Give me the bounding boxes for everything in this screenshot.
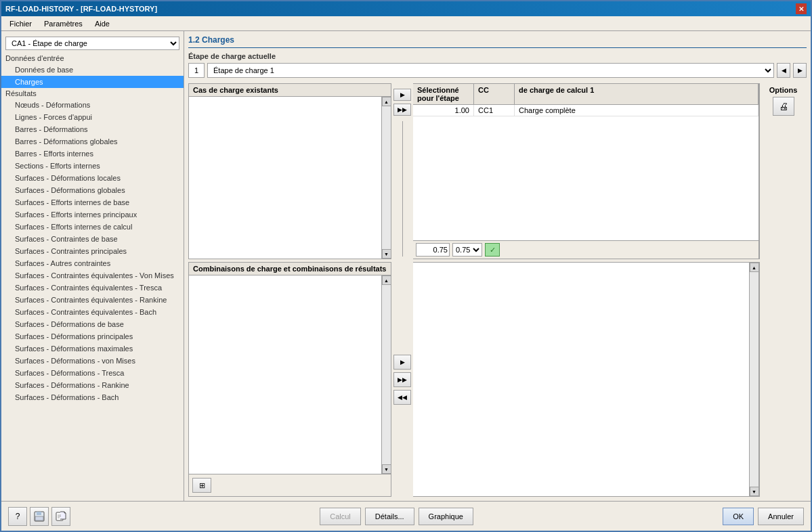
factor-preset-select[interactable]: 0.75 1.00 0.50 <box>452 243 482 257</box>
sidebar-item-surfaces-contraintes-princ[interactable]: Surfaces - Contraintes principales <box>1 245 184 257</box>
combi-header: Combinaisons de charge et combinaisons d… <box>189 263 391 275</box>
bottom-bar: ? Calcul Détails... Graphique <box>1 501 811 531</box>
combi-table-btn[interactable]: ⊞ <box>192 478 211 493</box>
menu-parametres[interactable]: Paramètres <box>39 18 88 29</box>
combi-transfer-all-left-btn[interactable]: ◀◀ <box>393 390 411 405</box>
confirm-factor-button[interactable]: ✓ <box>485 243 500 257</box>
nav-next-button[interactable]: ▶ <box>793 63 807 78</box>
transfer-right-btn[interactable]: ▶ <box>393 89 411 101</box>
options-panel: Options 🖨 <box>759 83 807 259</box>
main-tables-area: Cas de charge existants ▲ ▼ <box>188 83 807 497</box>
graphique-button[interactable]: Graphique <box>419 508 473 525</box>
combi-scrollbar[interactable]: ▲ ▼ <box>381 275 391 474</box>
sidebar-item-surfaces-efforts-calcul[interactable]: Surfaces - Efforts internes de calcul <box>1 221 184 233</box>
sidebar-item-surfaces-deform-bach[interactable]: Surfaces - Déformations - Bach <box>1 391 184 403</box>
bottom-right-buttons: OK Annuler <box>723 508 804 525</box>
sidebar-item-lignes-forces[interactable]: Lignes - Forces d'appui <box>1 111 184 123</box>
ca-dropdown[interactable]: CA1 - Étape de charge <box>5 37 179 50</box>
combi-icon-row: ⊞ <box>189 474 391 496</box>
annuler-button[interactable]: Annuler <box>758 508 804 525</box>
table-row: 1.00 CC1 Charge complète <box>413 105 758 116</box>
selected-header: Sélectionné pour l'étape CC de charge de… <box>413 84 758 105</box>
sidebar-item-surfaces-deform-rankine[interactable]: Surfaces - Déformations - Rankine <box>1 379 184 391</box>
sidebar-item-charges[interactable]: Charges <box>1 76 184 88</box>
cc-cell: CC1 <box>474 105 515 116</box>
main-container: CA1 - Étape de charge Données d'entrée D… <box>1 31 811 501</box>
sidebar-item-noeuds-deformations[interactable]: Nœuds - Déformations <box>1 99 184 111</box>
sidebar-item-surfaces-efforts-princ[interactable]: Surfaces - Efforts internes principaux <box>1 208 184 221</box>
combi-transfer-all-right-btn[interactable]: ▶▶ <box>393 372 411 387</box>
combi-transfer-right-btn[interactable]: ▶ <box>393 355 411 370</box>
bottom-center-buttons: Calcul Détails... Graphique <box>320 508 473 525</box>
sidebar-item-surfaces-deform-globales[interactable]: Surfaces - Déformations globales <box>1 184 184 196</box>
sidebar-item-barres-efforts[interactable]: Barres - Efforts internes <box>1 148 184 160</box>
top-section: Cas de charge existants ▲ ▼ <box>188 83 807 259</box>
options-panel-bottom <box>759 262 807 497</box>
scrollbar-down-btn[interactable]: ▼ <box>382 249 391 259</box>
menu-fichier[interactable]: Fichier <box>4 18 37 29</box>
svg-rect-2 <box>35 516 43 520</box>
sidebar-item-surfaces-tresca[interactable]: Surfaces - Contraintes équivalentes - Tr… <box>1 282 184 294</box>
sidebar-item-surfaces-efforts-base[interactable]: Surfaces - Efforts internes de base <box>1 196 184 208</box>
combi-right-scroll-down[interactable]: ▼ <box>750 487 759 496</box>
sidebar-item-surfaces-bach[interactable]: Surfaces - Contraintes équivalentes - Ba… <box>1 306 184 318</box>
factor-value-input[interactable] <box>416 243 450 257</box>
section-header-donnees: Données d'entrée <box>1 53 184 64</box>
factor-cell: 1.00 <box>413 105 474 116</box>
cas-header: Cas de charge existants <box>189 84 391 97</box>
scrollbar-up-btn[interactable]: ▲ <box>382 97 391 106</box>
menu-aide[interactable]: Aide <box>89 18 115 29</box>
etape-row: Étape de charge 1 ◀ ▶ <box>188 63 807 78</box>
sidebar-item-surfaces-deform-vonmises[interactable]: Surfaces - Déformations - von Mises <box>1 355 184 367</box>
content-area: 1.2 Charges Étape de charge actuelle Éta… <box>184 31 811 501</box>
combi-right-scrollbar[interactable]: ▲ ▼ <box>749 263 758 496</box>
window-title: RF-LOAD-HISTORY - [RF-LOAD-HYSTORY] <box>5 5 157 13</box>
combi-scroll-down[interactable]: ▼ <box>382 464 391 474</box>
details-button[interactable]: Détails... <box>365 508 414 525</box>
sidebar-item-surfaces-deform-tresca[interactable]: Surfaces - Déformations - Tresca <box>1 367 184 379</box>
menu-bar: Fichier Paramètres Aide <box>1 16 811 31</box>
sidebar-item-donnees-de-base[interactable]: Données de base <box>1 64 184 76</box>
factor-input-row: 0.75 1.00 0.50 ✓ <box>413 240 758 259</box>
cas-scrollbar[interactable]: ▲ ▼ <box>381 97 391 259</box>
close-button[interactable]: ✕ <box>796 3 807 14</box>
sidebar-item-surfaces-von-mises[interactable]: Surfaces - Contraintes équivalentes - Vo… <box>1 269 184 282</box>
window-frame: RF-LOAD-HISTORY - [RF-LOAD-HYSTORY] ✕ Fi… <box>0 0 812 532</box>
sidebar-item-surfaces-deform-max[interactable]: Surfaces - Déformations maximales <box>1 342 184 355</box>
bottom-transfer-buttons: ▶ ▶▶ ◀◀ <box>391 262 413 497</box>
sidebar-item-surfaces-deform-base[interactable]: Surfaces - Déformations de base <box>1 318 184 330</box>
sidebar-item-sections-efforts[interactable]: Sections - Efforts internes <box>1 160 184 172</box>
sidebar-item-barres-deformations[interactable]: Barres - Déformations <box>1 123 184 135</box>
combi-scroll-up[interactable]: ▲ <box>382 275 391 285</box>
selected-list: 1.00 CC1 Charge complète <box>413 105 758 240</box>
options-label: Options <box>769 86 798 94</box>
bottom-left-buttons: ? <box>8 507 70 526</box>
nav-prev-button[interactable]: ◀ <box>777 63 790 78</box>
etape-num-input[interactable] <box>188 63 205 78</box>
cas-list <box>189 97 381 259</box>
ok-button[interactable]: OK <box>723 508 754 525</box>
sidebar-item-surfaces-deform-princ[interactable]: Surfaces - Déformations principales <box>1 330 184 342</box>
section-header-resultats: Résultats <box>1 88 184 99</box>
content-title: 1.2 Charges <box>188 35 807 48</box>
sidebar-item-surfaces-autres-contraintes[interactable]: Surfaces - Autres contraintes <box>1 257 184 269</box>
transfer-all-right-btn[interactable]: ▶▶ <box>393 104 411 116</box>
options-icon-button[interactable]: 🖨 <box>773 97 794 116</box>
sidebar-item-surfaces-deform-locales[interactable]: Surfaces - Déformations locales <box>1 172 184 184</box>
sidebar-item-surfaces-rankine[interactable]: Surfaces - Contraintes équivalentes - Ra… <box>1 294 184 306</box>
sidebar-item-barres-deformations-globales[interactable]: Barres - Déformations globales <box>1 135 184 148</box>
combi-right-scroll-up[interactable]: ▲ <box>750 263 759 272</box>
calcul-button[interactable]: Calcul <box>320 508 361 525</box>
etape-label: Étape de charge actuelle <box>188 52 807 60</box>
selected-col1: Sélectionné pour l'étape <box>413 84 474 104</box>
save-button[interactable] <box>30 507 49 526</box>
title-bar: RF-LOAD-HISTORY - [RF-LOAD-HYSTORY] ✕ <box>1 1 811 16</box>
export-button[interactable] <box>51 507 70 526</box>
combi-selected-list <box>413 263 749 496</box>
help-button[interactable]: ? <box>8 507 27 526</box>
sidebar-item-surfaces-contraintes-base[interactable]: Surfaces - Contraintes de base <box>1 233 184 245</box>
combi-list <box>189 275 381 474</box>
etape-select[interactable]: Étape de charge 1 <box>207 63 774 78</box>
selected-col3: de charge de calcul 1 <box>515 84 758 104</box>
combi-selected-area: ▲ ▼ <box>413 263 758 496</box>
